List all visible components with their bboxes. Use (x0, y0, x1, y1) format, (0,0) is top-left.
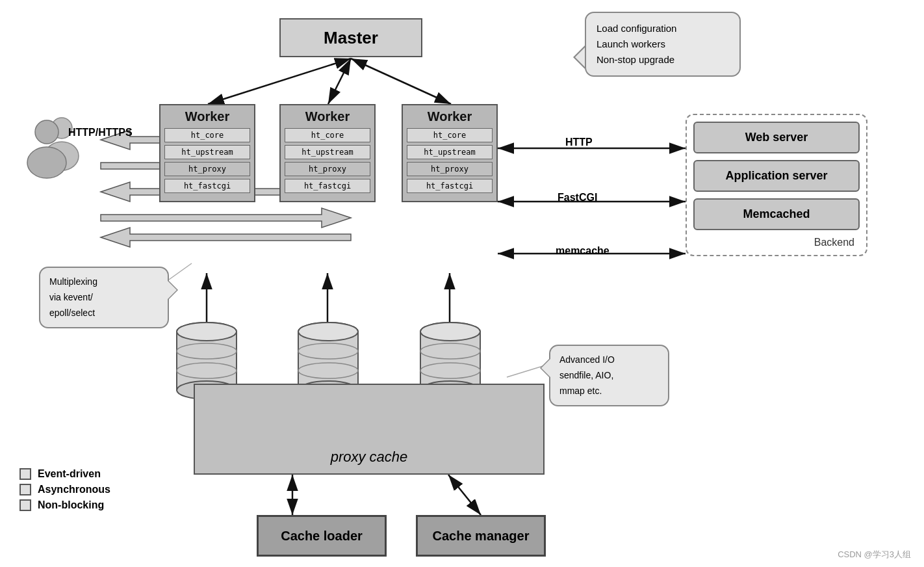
legend-item-nonblocking: Non-blocking (19, 499, 110, 511)
worker2-module-core: ht_core (285, 128, 370, 142)
worker1-module-proxy: ht_proxy (164, 162, 250, 176)
worker2-module-fastcgi: ht_fastcgi (285, 179, 370, 193)
master-box: Master (279, 18, 422, 57)
svg-line-19 (448, 475, 481, 515)
svg-marker-11 (101, 228, 351, 247)
proxy-cache-label: proxy cache (331, 449, 408, 466)
worker1-module-core: ht_core (164, 128, 250, 142)
http-protocol-label: HTTP (565, 137, 593, 148)
master-label: Master (324, 28, 378, 48)
speech-line1: Load configuration (597, 23, 676, 34)
svg-line-6 (351, 59, 451, 104)
cache-loader-label: Cache loader (281, 529, 363, 544)
worker-box-2: Worker ht_core ht_upstream ht_proxy ht_f… (279, 104, 376, 202)
svg-marker-10 (101, 208, 351, 228)
worker1-module-upstream: ht_upstream (164, 145, 250, 159)
legend-label-nonblocking: Non-blocking (38, 499, 104, 511)
worker3-module-core: ht_core (407, 128, 493, 142)
worker3-title: Worker (407, 109, 493, 124)
svg-point-41 (420, 323, 480, 341)
worker1-title: Worker (164, 109, 250, 124)
svg-line-4 (208, 59, 351, 104)
watermark: CSDN @学习3人组 (838, 549, 911, 560)
legend-box-async (19, 484, 31, 495)
legend-item-async: Asynchronous (19, 484, 110, 495)
fastcgi-protocol-label: FastCGI (558, 192, 597, 204)
svg-point-24 (35, 120, 58, 144)
legend-item-event-driven: Event-driven (19, 468, 110, 480)
advancedio-bubble: Advanced I/Osendfile, AIO,mmap etc. (549, 345, 669, 406)
webserver-item: Web server (693, 122, 860, 153)
worker2-module-upstream: ht_upstream (285, 145, 370, 159)
worker2-title: Worker (285, 109, 370, 124)
advancedio-text: Advanced I/Osendfile, AIO,mmap etc. (559, 354, 615, 396)
cache-manager-box: Cache manager (416, 515, 546, 557)
svg-point-35 (298, 323, 358, 341)
worker3-module-proxy: ht_proxy (407, 162, 493, 176)
legend-box-nonblocking (19, 499, 31, 511)
memcache-protocol-label: memcache (556, 245, 610, 257)
legend-label-event: Event-driven (38, 468, 101, 480)
worker3-module-fastcgi: ht_fastcgi (407, 179, 493, 193)
svg-line-5 (328, 59, 351, 104)
speech-line3: Non-stop upgrade (597, 54, 674, 65)
worker-box-3: Worker ht_core ht_upstream ht_proxy ht_f… (402, 104, 498, 202)
backend-label: Backend (693, 237, 860, 248)
multiplex-text: Multiplexingvia kevent/epoll/select (49, 276, 97, 318)
worker2-module-proxy: ht_proxy (285, 162, 370, 176)
users-icon (19, 114, 91, 179)
svg-point-29 (177, 323, 237, 341)
worker3-module-upstream: ht_upstream (407, 145, 493, 159)
multiplex-bubble: Multiplexingvia kevent/epoll/select (39, 267, 169, 328)
proxy-cache-box: proxy cache (194, 384, 545, 475)
svg-point-25 (27, 147, 66, 178)
backend-box: Web server Application server Memcached … (686, 114, 867, 256)
legend: Event-driven Asynchronous Non-blocking (19, 468, 110, 515)
memcached-item: Memcached (693, 198, 860, 230)
legend-label-async: Asynchronous (38, 484, 110, 495)
worker-box-1: Worker ht_core ht_upstream ht_proxy ht_f… (159, 104, 255, 202)
master-speech-bubble: Load configuration Launch workers Non-st… (585, 12, 741, 77)
svg-line-20 (169, 263, 192, 280)
appserver-item: Application server (693, 160, 860, 192)
http-https-label: HTTP/HTTPS (68, 127, 133, 138)
cache-manager-label: Cache manager (433, 529, 530, 544)
worker1-module-fastcgi: ht_fastcgi (164, 179, 250, 193)
speech-line2: Launch workers (597, 38, 665, 49)
diagram-container: HTTP/HTTPS Master Load configuration Lau… (0, 0, 924, 567)
legend-box-event (19, 468, 31, 480)
cache-loader-box: Cache loader (257, 515, 387, 557)
